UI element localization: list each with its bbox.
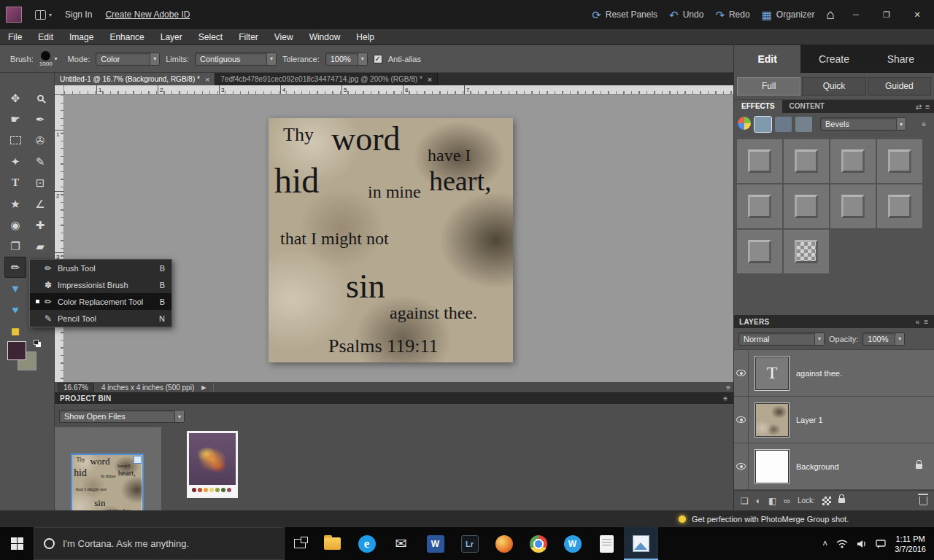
file-explorer-icon[interactable]: [315, 527, 350, 560]
adjustment-layer-icon[interactable]: ◐: [756, 497, 761, 505]
sign-in-link[interactable]: Sign In: [65, 9, 92, 20]
document-image[interactable]: Thywordhave Ihidin mineheart,that I migh…: [269, 118, 513, 362]
create-adobe-id-link[interactable]: Create New Adobe ID: [105, 9, 190, 20]
menu-item[interactable]: Filter: [231, 29, 266, 44]
organizer-button[interactable]: ▦ Organizer: [762, 9, 815, 20]
tab-share[interactable]: Share: [868, 45, 934, 73]
bin-thumbnail-bouquet[interactable]: [187, 431, 238, 498]
panel-menu-icon[interactable]: ≡: [922, 120, 926, 128]
red-eye-tool[interactable]: ◉: [4, 214, 26, 236]
tolerance-select[interactable]: 100% ▾: [325, 52, 368, 66]
layer-against-thee[interactable]: T against thee.: [734, 350, 934, 397]
photo-effects-icon[interactable]: [775, 117, 792, 132]
subtab-guided[interactable]: Guided: [868, 77, 931, 96]
lasso-tool[interactable]: ✇: [29, 130, 51, 151]
limits-select[interactable]: Contiguous ▾: [195, 52, 277, 66]
undo-button[interactable]: ↶ Undo: [669, 9, 703, 20]
bevel-thumbnail-1[interactable]: [737, 139, 782, 183]
effects-category-select[interactable]: Bevels ▾: [820, 117, 906, 131]
move-tool[interactable]: ✥: [4, 88, 26, 109]
lock-all-icon[interactable]: [838, 498, 845, 503]
straighten-tool[interactable]: ∠: [29, 193, 51, 214]
marquee-tool[interactable]: [4, 130, 26, 151]
reset-panels-button[interactable]: ⟳ Reset Panels: [592, 9, 657, 20]
notification-icon[interactable]: [876, 540, 886, 548]
volume-icon[interactable]: [857, 540, 867, 548]
gradient-tool[interactable]: ◼: [4, 320, 26, 341]
start-button[interactable]: [0, 527, 34, 560]
menu-item[interactable]: Image: [61, 29, 101, 44]
mode-select[interactable]: Color ▾: [96, 52, 160, 66]
blend-mode-select[interactable]: Normal ▾: [738, 332, 825, 346]
cortana-search-box[interactable]: I'm Cortana. Ask me anything.: [34, 527, 285, 560]
show-hidden-icons-chevron[interactable]: ˄: [822, 539, 827, 549]
flyout-pencil-tool[interactable]: ✎ Pencil Tool N: [30, 310, 171, 327]
bevel-thumbnail-2[interactable]: [784, 139, 829, 183]
network-icon[interactable]: [836, 540, 848, 548]
brush-tool[interactable]: ✏: [4, 257, 26, 278]
chrome-icon[interactable]: [521, 527, 555, 560]
photoshop-elements-icon[interactable]: [624, 527, 658, 560]
tab-close-icon[interactable]: ×: [428, 75, 432, 84]
filters-icon[interactable]: [738, 117, 751, 130]
healing-brush-tool[interactable]: ✚: [29, 214, 51, 236]
bevel-thumbnail-8[interactable]: [877, 184, 922, 228]
eyedropper-tool[interactable]: ✒: [29, 109, 51, 130]
cookie-cutter-tool[interactable]: ★: [4, 193, 26, 214]
minimize-button[interactable]: ─: [846, 7, 865, 22]
bevel-thumbnail-6[interactable]: [784, 184, 829, 228]
taskbar-clock[interactable]: 1:11 PM 3/7/2016: [895, 534, 926, 554]
hand-tool[interactable]: ☛: [4, 109, 26, 130]
home-icon[interactable]: ⌂: [827, 7, 835, 23]
clone-stamp-tool[interactable]: ❐: [4, 236, 26, 257]
layer-visibility-toggle[interactable]: [734, 443, 749, 489]
task-view-button[interactable]: [285, 527, 315, 560]
layout-button[interactable]: ▾: [35, 10, 52, 20]
type-tool[interactable]: T: [4, 172, 26, 193]
menu-item[interactable]: Select: [190, 29, 231, 44]
lock-transparency-icon[interactable]: [822, 497, 831, 505]
panel-menu-icon[interactable]: ≡: [925, 103, 930, 111]
writer-icon[interactable]: [590, 527, 624, 560]
tab-create[interactable]: Create: [800, 45, 867, 73]
layer-styles-icon[interactable]: [754, 117, 771, 132]
tab-content[interactable]: CONTENT: [782, 100, 832, 113]
flyout-brush-tool[interactable]: ✏ Brush Tool B: [30, 260, 171, 276]
tab-edit[interactable]: Edit: [734, 45, 800, 73]
brush-preset-picker[interactable]: 1000 ▾: [39, 51, 58, 67]
doc-tab-jpg[interactable]: 7edf4cb478e91cec092e018c34474714.jpg @ 2…: [215, 73, 438, 85]
zoom-level[interactable]: 16.67%: [58, 383, 94, 392]
tab-effects[interactable]: EFFECTS: [734, 100, 782, 113]
menu-item[interactable]: Enhance: [101, 29, 152, 44]
layer-visibility-toggle[interactable]: [734, 350, 749, 396]
bevel-thumbnail-5[interactable]: [737, 184, 782, 228]
bevel-thumbnail-4[interactable]: [877, 139, 922, 183]
firefox-icon[interactable]: [487, 527, 521, 560]
bevel-thumbnail-7[interactable]: [830, 184, 876, 228]
subtab-full[interactable]: Full: [737, 77, 800, 96]
layer-visibility-toggle[interactable]: [734, 397, 749, 443]
smart-brush-tool[interactable]: ▼: [4, 278, 26, 299]
menu-item[interactable]: File: [0, 29, 30, 44]
close-button[interactable]: ✕: [908, 7, 927, 22]
status-menu-icon[interactable]: ≡: [726, 384, 730, 392]
delete-layer-icon[interactable]: [919, 497, 927, 505]
shape-tool[interactable]: ♥: [4, 299, 26, 320]
status-arrow-icon[interactable]: ▶: [201, 384, 206, 391]
fill-layer-icon[interactable]: ◧: [768, 497, 776, 505]
show-open-files-select[interactable]: Show Open Files ▾: [59, 410, 185, 423]
opacity-select[interactable]: 100% ▾: [862, 332, 905, 346]
canvas-body[interactable]: Thywordhave Ihidin mineheart,that I migh…: [64, 95, 733, 382]
selection-brush-tool[interactable]: ✎: [29, 151, 51, 172]
collapse-panel-icon[interactable]: «: [916, 318, 920, 326]
restore-button[interactable]: ❐: [877, 7, 896, 22]
doc-tab-untitled[interactable]: Untitled-1 @ 16.7% (Background, RGB/8) *…: [55, 73, 215, 85]
magic-wand-tool[interactable]: ✦: [4, 151, 26, 172]
crop-tool[interactable]: ⊡: [29, 172, 51, 193]
default-colors-icon[interactable]: [34, 340, 39, 345]
link-layers-icon[interactable]: ∞: [784, 497, 790, 505]
subtab-quick[interactable]: Quick: [802, 77, 865, 96]
wps-icon[interactable]: W: [555, 527, 590, 560]
anti-alias-checkbox[interactable]: ✓: [374, 55, 382, 63]
bevel-thumbnail-10[interactable]: [784, 230, 829, 273]
